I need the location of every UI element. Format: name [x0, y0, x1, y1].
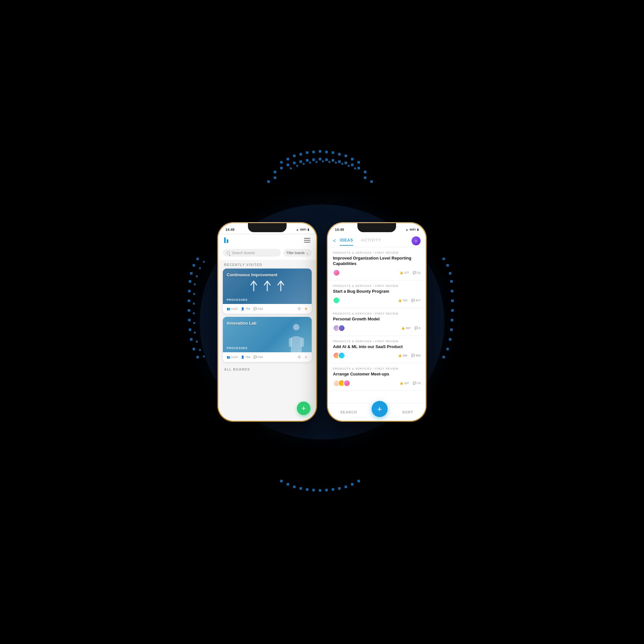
svg-rect-68 — [351, 483, 354, 486]
svg-rect-28 — [364, 171, 366, 173]
svg-rect-43 — [193, 348, 195, 350]
votes-stat-5: 👍 207 — [400, 382, 409, 385]
phone-2-notch — [357, 223, 396, 232]
idea-stats-5: 👍 207 💬 74 — [400, 382, 421, 385]
settings-icon[interactable]: ⚙ — [298, 307, 301, 311]
continuous-improvement-tag: PROCESSES — [227, 298, 248, 301]
hamburger-line-1 — [304, 238, 310, 239]
idea-category-2: PRODUCTS & SERVICES • FIRST REVIEW — [333, 284, 421, 288]
thumb-up-icon-1: 👍 — [400, 271, 403, 274]
favorite-icon[interactable]: ★ — [304, 307, 308, 311]
svg-rect-29 — [267, 180, 270, 183]
thumb-up-icon-4: 👍 — [398, 354, 402, 357]
phone1-fab-button[interactable]: + — [297, 402, 310, 415]
favorite-icon-2[interactable]: ★ — [304, 355, 308, 359]
svg-rect-26 — [351, 164, 354, 166]
svg-rect-17 — [293, 162, 296, 164]
idea-footer-1: 👍 177 💬 12 — [333, 269, 421, 276]
svg-rect-48 — [450, 280, 453, 283]
idea-footer-2: 👍 703 💬 877 — [333, 297, 421, 304]
phone2-fab-button[interactable]: + — [372, 401, 388, 417]
svg-rect-20 — [312, 158, 315, 161]
app-logo — [224, 237, 228, 243]
board-card-continuous-footer: 👥 1123 👤 754 💬 234 — [223, 304, 312, 314]
comments-count-1: 12 — [417, 271, 421, 274]
idea-stats-1: 👍 177 💬 12 — [400, 271, 421, 274]
user-avatar: U — [412, 236, 421, 245]
svg-rect-88 — [193, 322, 195, 324]
votes-stat-2: 👍 703 — [398, 299, 407, 302]
svg-rect-57 — [280, 480, 283, 482]
tab-activity[interactable]: ACTIVITY — [361, 238, 381, 246]
idea-item-5[interactable]: PRODUCTS & SERVICES • FIRST REVIEW Arran… — [328, 363, 426, 391]
continuous-arrows — [249, 279, 286, 291]
search-action[interactable]: SEARCH — [340, 410, 357, 414]
phone-1-time: 14:49 — [225, 228, 234, 232]
idea-footer-5: 👍 207 💬 74 — [333, 380, 421, 387]
svg-rect-73 — [309, 162, 311, 164]
back-button[interactable]: < — [333, 238, 336, 244]
settings-icon-2[interactable]: ⚙ — [298, 355, 301, 359]
idea-category-4: PRODUCTS & SERVICES • FIRST REVIEW — [333, 340, 421, 343]
followers-icon-2: 👤 — [241, 355, 244, 359]
svg-rect-77 — [335, 162, 337, 164]
svg-rect-52 — [451, 319, 453, 321]
search-icon — [227, 251, 230, 254]
svg-rect-82 — [199, 267, 201, 269]
innovation-lab-title: Innovation Lab — [227, 321, 256, 326]
search-box[interactable]: Search boards — [223, 249, 281, 257]
idea-avatars-5 — [333, 380, 348, 387]
svg-rect-92 — [203, 355, 205, 357]
svg-rect-27 — [357, 167, 360, 169]
svg-rect-84 — [194, 283, 196, 285]
svg-rect-42 — [190, 338, 193, 341]
svg-rect-81 — [203, 261, 205, 263]
idea-item-4[interactable]: PRODUCTS & SERVICES • FIRST REVIEW Add A… — [328, 336, 426, 364]
comments-count-5: 74 — [417, 382, 421, 385]
comments-count-3: 5 — [419, 327, 421, 330]
phone-1-status-icons: ▲ WiFi ▮ — [296, 228, 309, 231]
svg-rect-49 — [451, 290, 453, 292]
signal-icon: ▲ — [296, 228, 299, 231]
svg-rect-34 — [193, 264, 195, 267]
board-card-innovation[interactable]: Innovation Lab PROCESSES 👥 1123 👤 — [223, 317, 312, 362]
phone-2-inner: 14:49 ▲ WiFi ▮ < IDEAS ACTI — [328, 223, 426, 421]
phone-1: 14:49 ▲ WiFi ▮ — [217, 222, 317, 422]
svg-rect-76 — [328, 161, 330, 163]
svg-rect-24 — [338, 160, 341, 163]
comment-icon-1: 💬 — [413, 271, 416, 274]
svg-rect-50 — [451, 299, 454, 302]
phone-2-nav: < IDEAS ACTIVITY U — [328, 233, 426, 247]
idea-item-3[interactable]: PRODUCTS & SERVICES • FIRST REVIEW Perso… — [328, 308, 426, 336]
idea-item-2[interactable]: PRODUCTS & SERVICES • FIRST REVIEW Start… — [328, 280, 426, 308]
svg-rect-33 — [196, 258, 199, 260]
idea-avatar-5c — [343, 380, 350, 387]
comments-count-2: 234 — [258, 355, 263, 359]
svg-rect-65 — [332, 488, 334, 491]
idea-item-1[interactable]: PRODUCTS & SERVICES • FIRST REVIEW Impro… — [328, 247, 426, 280]
board-card-continuous[interactable]: Continuous Improvement PROCESSES 👥 1123 — [223, 269, 312, 314]
svg-rect-83 — [196, 275, 198, 277]
svg-rect-9 — [332, 151, 334, 154]
board-actions-innovation: ⚙ ★ — [298, 355, 308, 359]
svg-rect-13 — [357, 161, 360, 164]
filter-box[interactable]: Filter boards ⌄ — [283, 249, 312, 257]
board-card-innovation-footer: 👥 1123 👤 754 💬 234 — [223, 352, 312, 362]
svg-rect-71 — [296, 165, 298, 167]
tab-ideas[interactable]: IDEAS — [340, 238, 353, 246]
people-stat-2: 👥 1123 — [227, 355, 238, 359]
svg-rect-21 — [319, 158, 321, 160]
svg-rect-37 — [188, 290, 191, 292]
sort-action[interactable]: SORT — [402, 410, 413, 414]
phones-container: 14:49 ▲ WiFi ▮ — [217, 222, 427, 422]
hamburger-menu[interactable] — [304, 238, 310, 242]
comments-stat-2: 💬 234 — [253, 355, 263, 359]
svg-rect-67 — [345, 486, 347, 488]
svg-rect-7 — [319, 150, 321, 153]
votes-count-1: 177 — [404, 271, 409, 274]
svg-rect-12 — [351, 158, 354, 160]
phone-1-content: Search boards Filter boards ⌄ RECENTLY V… — [218, 233, 316, 421]
innovation-lab-tag: PROCESSES — [227, 346, 248, 350]
svg-rect-51 — [451, 309, 454, 312]
svg-rect-55 — [446, 348, 449, 350]
